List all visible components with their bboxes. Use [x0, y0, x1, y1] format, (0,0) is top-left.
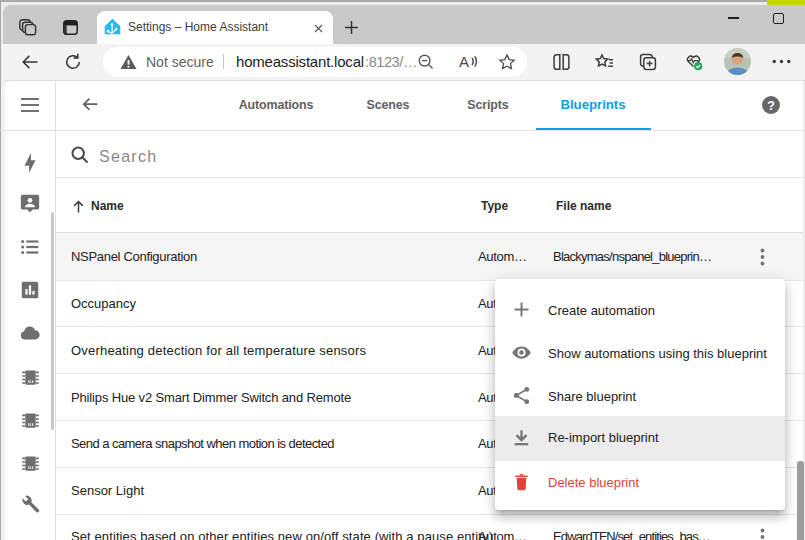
svg-text:A: A	[459, 53, 469, 70]
svg-text:?: ?	[767, 99, 775, 113]
